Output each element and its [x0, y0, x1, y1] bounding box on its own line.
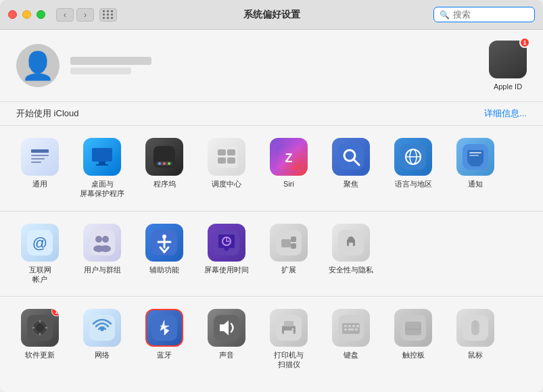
- pref-users[interactable]: 用户与群组: [74, 221, 130, 287]
- bluetooth-icon: [145, 309, 183, 347]
- svg-rect-82: [356, 325, 359, 327]
- close-button[interactable]: [8, 10, 17, 19]
- apple-id-badge: 1: [519, 37, 530, 48]
- forward-button[interactable]: ›: [76, 8, 94, 22]
- pref-dock[interactable]: 程序坞: [137, 135, 192, 201]
- search-input[interactable]: [453, 9, 529, 20]
- sound-icon: [208, 309, 245, 347]
- svg-rect-5: [99, 162, 105, 164]
- users-icon: [83, 224, 121, 262]
- icloud-details-link[interactable]: 详细信息...: [484, 107, 527, 120]
- dock-icon: [145, 138, 183, 176]
- users-label: 用户与群组: [84, 265, 121, 274]
- spotlight-label: 聚焦: [344, 179, 358, 189]
- security-icon: [332, 224, 370, 262]
- pref-row-1: 通用 桌面与屏幕保护程序 程序坞 调度中心 Z Siri: [0, 126, 543, 212]
- svg-point-34: [95, 236, 102, 243]
- pref-bluetooth[interactable]: 蓝牙: [137, 306, 192, 372]
- pref-security[interactable]: 安全性与隐私: [323, 221, 379, 287]
- apple-id-icon: 1: [489, 41, 527, 78]
- security-label: 安全性与隐私: [329, 265, 373, 274]
- svg-rect-2: [31, 158, 45, 160]
- pref-screentime[interactable]: 屏幕使用时间: [199, 221, 254, 287]
- icloud-bar: 开始使用 iCloud 详细信息...: [0, 102, 543, 126]
- lang-icon: [394, 138, 432, 176]
- pref-internet[interactable]: @ 互联网帐户: [12, 221, 68, 287]
- svg-point-73: [292, 328, 294, 330]
- svg-point-11: [168, 162, 170, 165]
- svg-rect-15: [218, 157, 226, 164]
- pref-trackpad[interactable]: 触控板: [385, 306, 441, 372]
- pref-software[interactable]: 1 软件更新: [12, 306, 68, 372]
- fullscreen-button[interactable]: [37, 10, 45, 19]
- avatar-icon: 👤: [21, 52, 55, 79]
- icloud-prompt: 开始使用 iCloud: [16, 107, 78, 120]
- window-title: 系统偏好设置: [243, 9, 300, 21]
- internet-icon: @: [21, 224, 59, 262]
- network-icon: [83, 309, 121, 347]
- back-button[interactable]: ‹: [56, 8, 74, 22]
- ext-label: 扩展: [281, 265, 296, 274]
- bluetooth-label: 蓝牙: [157, 350, 172, 360]
- pref-notif[interactable]: 通知: [448, 135, 503, 201]
- pref-desktop[interactable]: 桌面与屏幕保护程序: [74, 135, 130, 201]
- svg-point-59: [36, 324, 44, 332]
- ext-icon: [270, 224, 308, 262]
- desktop-icon: [83, 138, 121, 176]
- network-label: 网络: [95, 350, 110, 360]
- access-icon: [145, 224, 183, 262]
- minimize-button[interactable]: [22, 10, 31, 19]
- apple-id-label: Apple ID: [494, 82, 522, 91]
- notif-icon: [456, 138, 494, 176]
- svg-rect-76: [344, 325, 347, 327]
- apple-id-block[interactable]: 1 Apple ID: [489, 41, 527, 91]
- pref-siri[interactable]: Z Siri: [261, 135, 316, 201]
- siri-label: Siri: [283, 179, 294, 189]
- desktop-label: 桌面与屏幕保护程序: [80, 179, 124, 199]
- svg-rect-79: [344, 328, 347, 330]
- svg-rect-77: [348, 325, 351, 327]
- svg-rect-19: [338, 144, 364, 170]
- svg-rect-72: [284, 330, 293, 335]
- svg-rect-6: [96, 164, 108, 166]
- pref-ext[interactable]: 扩展: [261, 221, 316, 287]
- pref-row-2: @ 互联网帐户 用户与群组 辅助功能 屏幕使用时间 扩展: [0, 212, 543, 297]
- grid-view-button[interactable]: [99, 8, 117, 22]
- pref-mouse[interactable]: 鼠标: [448, 306, 503, 372]
- svg-point-37: [100, 245, 111, 252]
- pref-spotlight[interactable]: 聚焦: [323, 135, 379, 201]
- svg-rect-13: [218, 149, 226, 155]
- printer-label: 打印机与扫描仪: [274, 350, 304, 370]
- pref-general[interactable]: 通用: [12, 135, 68, 201]
- software-icon: 1: [21, 309, 59, 347]
- svg-rect-80: [348, 328, 354, 330]
- svg-rect-28: [469, 152, 481, 153]
- avatar[interactable]: 👤: [16, 44, 60, 87]
- search-icon: 🔍: [440, 10, 450, 20]
- siri-icon: Z: [270, 138, 308, 176]
- pref-access[interactable]: 辅助功能: [137, 221, 192, 287]
- pref-sound[interactable]: 声音: [199, 306, 254, 372]
- search-box[interactable]: 🔍: [433, 7, 535, 22]
- screentime-icon: [208, 224, 245, 262]
- traffic-lights: [8, 10, 45, 19]
- svg-rect-51: [291, 237, 296, 242]
- pref-mission[interactable]: 调度中心: [199, 135, 254, 201]
- sound-label: 声音: [219, 350, 234, 360]
- svg-rect-16: [227, 157, 235, 164]
- trackpad-icon: [394, 309, 432, 347]
- general-label: 通用: [32, 179, 47, 189]
- mouse-icon: [456, 309, 494, 347]
- pref-keyboard[interactable]: 键盘: [323, 306, 379, 372]
- mission-icon: [208, 138, 245, 176]
- svg-point-35: [102, 236, 109, 243]
- mouse-label: 鼠标: [468, 350, 483, 360]
- profile-sub-bar: [70, 68, 131, 74]
- pref-printer[interactable]: 打印机与扫描仪: [261, 306, 316, 372]
- pref-network[interactable]: 网络: [74, 306, 130, 372]
- pref-lang[interactable]: 语言与地区: [385, 135, 441, 201]
- svg-rect-29: [469, 155, 479, 156]
- svg-point-9: [158, 162, 161, 165]
- svg-rect-14: [227, 149, 235, 155]
- svg-rect-3: [31, 162, 41, 163]
